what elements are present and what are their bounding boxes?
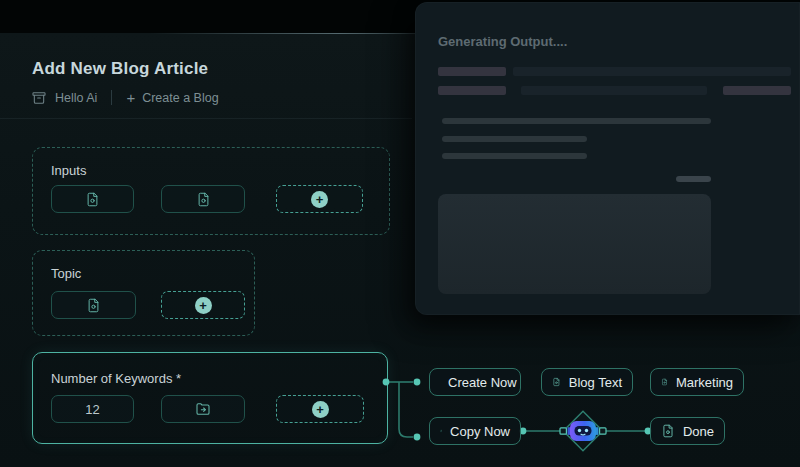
skeleton-bar: [521, 86, 707, 95]
canvas: Add New Blog Article Hello Ai + Create a…: [0, 0, 800, 467]
port-dot-keywords: [383, 379, 390, 386]
skeleton-line: [442, 153, 587, 159]
robot-icon: [568, 421, 599, 441]
node-label: Blog Text: [569, 375, 622, 390]
node-label: Marketing: [676, 375, 733, 390]
ai-robot-node[interactable]: [560, 411, 606, 451]
skeleton-bar: [438, 86, 506, 95]
file-icon: [552, 375, 561, 389]
file-icon: [661, 424, 675, 438]
node-label: Done: [683, 424, 714, 439]
node-done[interactable]: Done: [650, 417, 725, 445]
output-panel-title: Generating Output....: [438, 34, 567, 49]
skeleton-bar: [513, 67, 791, 76]
file-icon: [661, 375, 668, 389]
diamond-port-right: [600, 428, 606, 434]
wire-keywords-to-copy: [399, 382, 413, 437]
node-copy-now[interactable]: Copy Now: [429, 417, 521, 445]
file-icon: [440, 424, 442, 438]
port-dot-copy-now: [414, 434, 421, 441]
node-marketing[interactable]: Marketing: [650, 368, 744, 396]
skeleton-bar: [438, 67, 506, 76]
skeleton-chip: [676, 176, 711, 182]
node-label: Create Now: [448, 375, 517, 390]
output-preview-box: [438, 194, 711, 294]
port-dot-create-now: [414, 379, 421, 386]
node-create-now[interactable]: Create Now: [429, 368, 521, 396]
node-label: Copy Now: [450, 424, 510, 439]
skeleton-line: [442, 118, 711, 124]
output-panel: Generating Output....: [415, 2, 800, 315]
node-blog-text[interactable]: Blog Text: [541, 368, 633, 396]
skeleton-line: [442, 136, 587, 142]
skeleton-bar: [723, 86, 791, 95]
diamond-port-left: [560, 428, 566, 434]
